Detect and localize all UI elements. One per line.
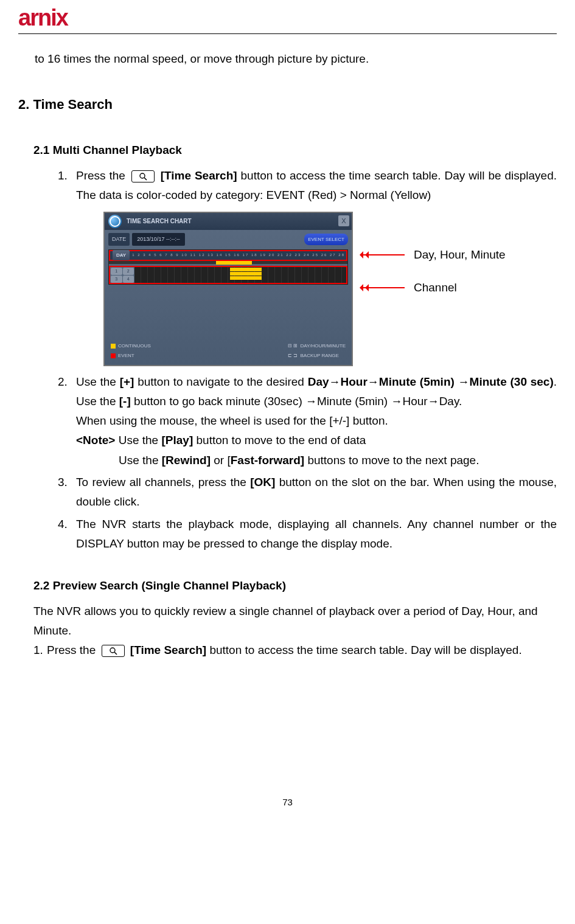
day-bar (109, 261, 347, 264)
list-item-2: 2. Use the [+] button to navigate to the… (58, 372, 557, 470)
section-2-2-item-1: 1. Press the [Time Search] button to acc… (33, 641, 557, 660)
page-number: 73 (18, 794, 557, 810)
rewind-button-label: [Rewind] (162, 454, 211, 467)
callout-day-hour-minute: Day, Hour, Minute (362, 245, 506, 265)
note-line-1: <Note> Use the [Play] button to move to … (76, 431, 557, 450)
minus-plus-icon: ⊟ ⊞ (288, 342, 298, 350)
time-search-label: [Time Search] (161, 169, 237, 182)
legend-dhm: DAY/HOUR/MINUTE (300, 342, 346, 350)
channel-rows[interactable]: 1 2 3 4 (109, 266, 347, 284)
time-search-label: [Time Search] (130, 644, 206, 656)
list-number: 3. (58, 473, 76, 512)
date-value: 2013/10/17 --:--:-- (132, 233, 185, 246)
list-content: Use the [+] button to navigate to the de… (76, 372, 557, 470)
svg-line-4 (114, 652, 117, 655)
list-item-4: 4. The NVR starts the playback mode, dis… (58, 515, 557, 554)
svg-point-3 (110, 648, 115, 653)
channel-labels: 1 2 3 4 (110, 267, 134, 283)
date-label: DATE (108, 233, 130, 246)
magnifier-icon (102, 645, 125, 657)
list-number: 4. (58, 515, 76, 554)
svg-line-2 (144, 178, 147, 180)
header-divider (18, 33, 557, 34)
date-row: DATE 2013/10/17 --:--:-- EVENT SELECT (108, 232, 348, 247)
time-search-chart-window: TIME SEARCH CHART X DATE 2013/10/17 --:-… (103, 212, 353, 366)
callout-text-1: Day, Hour, Minute (414, 245, 506, 265)
list-content: Press the [Time Search] button to access… (47, 641, 557, 660)
section-2-title: 2. Time Search (18, 93, 557, 116)
text: Press the (76, 169, 129, 182)
section-2-1-title: 2.1 Multi Channel Playback (33, 141, 557, 160)
mouse-wheel-note: When using the mouse, the wheel is used … (76, 411, 557, 431)
arrow-icon (362, 287, 405, 288)
channel-3: 3 (111, 276, 122, 283)
text: or [ (211, 454, 231, 467)
chart-area: DAY 1 2 3 4 5 6 7 8 9 10 11 12 13 14 15 … (108, 249, 348, 285)
chart-legend: CONTINUOUS EVENT ⊟ ⊞ DAY/HOUR/MINUTE ⊏ ⊐… (111, 342, 346, 361)
list-item-1: 1. Press the [Time Search] button to acc… (58, 166, 557, 206)
yellow-square-icon (111, 344, 116, 349)
callout-text-2: Channel (414, 278, 457, 297)
list-content: The NVR starts the playback mode, displa… (76, 515, 557, 554)
page-header: arnix (18, 0, 557, 33)
text: button to navigate to the desired (134, 375, 307, 388)
list-number: 1. (33, 641, 47, 660)
ok-button-label: [OK] (250, 476, 275, 488)
svg-point-1 (140, 173, 145, 178)
text: button to access the time search table. … (209, 644, 521, 656)
close-button[interactable]: X (338, 215, 349, 226)
day-numbers: 1 2 3 4 5 6 7 8 9 10 11 12 13 14 15 16 1… (132, 252, 346, 258)
channel-1: 1 (111, 268, 122, 275)
channel-bars (134, 267, 346, 283)
play-button-label: [Play] (161, 434, 193, 446)
time-search-screenshot-figure: TIME SEARCH CHART X DATE 2013/10/17 --:-… (103, 212, 557, 366)
text: Use the (76, 375, 120, 388)
clock-search-icon (108, 215, 122, 228)
list-content: To review all channels, press the [OK] b… (76, 473, 557, 512)
note-label: <Note> (76, 434, 115, 446)
magnifier-icon (131, 170, 155, 182)
text: Press the (47, 644, 99, 656)
channel-4: 4 (123, 276, 134, 283)
section-2-2-title: 2.2 Preview Search (Single Channel Playb… (33, 576, 557, 596)
plus-button-label: [+] (120, 375, 134, 388)
bracket-icon: ⊏ ⊐ (288, 352, 298, 360)
screenshot-callouts: Day, Hour, Minute Channel (362, 245, 506, 311)
text: Use the (115, 434, 161, 446)
red-square-icon (111, 353, 116, 358)
note-line-2: Use the [Rewind] or [Fast-forward] butto… (119, 451, 557, 470)
fast-forward-button-label: Fast-forward] (231, 454, 304, 467)
arrow-icon (362, 254, 405, 255)
legend-continuous: CONTINUOUS (118, 342, 151, 350)
svg-text:arnix: arnix (18, 6, 69, 30)
minus-button-label: [-] (119, 395, 131, 408)
list-number: 1. (58, 166, 76, 206)
day-label: DAY (113, 250, 130, 261)
text: button to go back minute (30sec) →Minute… (131, 395, 462, 408)
legend-event: EVENT (118, 352, 134, 360)
event-select-button[interactable]: EVENT SELECT (304, 234, 348, 246)
text: Use the (119, 454, 162, 467)
day-scale-row[interactable]: DAY 1 2 3 4 5 6 7 8 9 10 11 12 13 14 15 … (109, 250, 347, 261)
text: button to move to the end of data (193, 434, 366, 446)
window-titlebar: TIME SEARCH CHART X (105, 213, 352, 230)
list-number: 2. (58, 372, 76, 470)
list-item-3: 3. To review all channels, press the [OK… (58, 473, 557, 512)
callout-channel: Channel (362, 278, 506, 297)
text: buttons to move to the next page. (304, 454, 479, 467)
section-2-2-intro: The NVR allows you to quickly review a s… (33, 602, 557, 641)
legend-backup: BACKUP RANGE (300, 352, 338, 360)
nav-sequence: Day→Hour→Minute (5min) →Minute (30 sec) (308, 375, 554, 388)
list-content: Press the [Time Search] button to access… (76, 166, 557, 206)
text: To review all channels, press the (76, 476, 250, 488)
channel-2: 2 (123, 268, 134, 275)
brand-logo: arnix (18, 6, 116, 30)
window-title: TIME SEARCH CHART (127, 216, 192, 226)
intro-text: to 16 times the normal speed, or move th… (35, 49, 557, 69)
